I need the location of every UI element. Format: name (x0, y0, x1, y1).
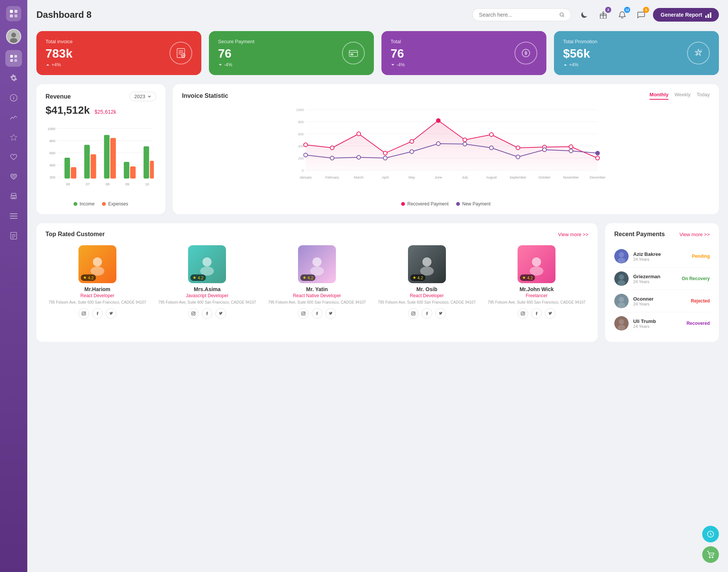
support-button[interactable] (702, 526, 719, 542)
legend-income: Income (74, 201, 94, 207)
sidebar-item-reports[interactable] (5, 227, 22, 244)
search-input[interactable] (479, 12, 556, 18)
sidebar-item-favorites[interactable] (5, 129, 22, 146)
sidebar-item-liked[interactable] (5, 149, 22, 165)
facebook-icon-4[interactable] (531, 308, 542, 319)
search-bar[interactable] (472, 8, 571, 21)
sidebar-item-settings[interactable] (5, 70, 22, 86)
svg-point-116 (619, 274, 624, 280)
instagram-icon-3[interactable] (408, 308, 419, 319)
facebook-icon-0[interactable] (92, 308, 103, 319)
stat-card-invoice[interactable]: Total invoice 783k +4% (36, 31, 201, 75)
twitter-icon-2[interactable] (325, 308, 336, 319)
stat-change: +4% (563, 62, 597, 67)
sidebar-item-analytics[interactable] (5, 109, 22, 126)
svg-rect-0 (10, 10, 13, 13)
gift-badge: 2 (605, 7, 611, 13)
customer-name-1: Mrs.Asima (194, 286, 221, 292)
svg-point-122 (619, 319, 624, 324)
search-icon (559, 12, 565, 18)
payment-age-2: 24 Years (633, 302, 686, 306)
customers-header: Top Rated Customer View more >> (46, 231, 588, 238)
customer-name-3: Mr. Osib (416, 286, 437, 292)
stat-label: Total Promotion (563, 39, 597, 44)
sidebar-item-info[interactable] (5, 89, 22, 106)
social-icons-1 (188, 308, 226, 319)
twitter-icon-1[interactable] (215, 308, 226, 319)
chat-icon-btn[interactable]: 5 (634, 8, 648, 22)
svg-rect-16 (10, 213, 17, 214)
customer-img-3: ★4.2 (408, 245, 446, 283)
payments-header: Recent Payments View more >> (614, 231, 710, 238)
instagram-icon-2[interactable] (298, 308, 309, 319)
customer-name-0: Mr.Hariom (85, 286, 110, 292)
tab-weekly[interactable]: Weekly (675, 92, 690, 100)
dark-mode-toggle[interactable] (577, 8, 592, 22)
cart-button[interactable] (702, 546, 719, 563)
instagram-icon-1[interactable] (188, 308, 199, 319)
sidebar-item-print[interactable] (5, 188, 22, 205)
customers-grid: ★4.2 Mr.Hariom React Developer 795 Folso… (46, 245, 588, 319)
sidebar-item-dashboard[interactable] (5, 50, 22, 67)
generate-report-button[interactable]: Generate Report (653, 8, 719, 22)
dot (357, 155, 361, 159)
dot (436, 142, 440, 146)
customer-role-0: React Developer (80, 293, 114, 298)
facebook-icon-3[interactable] (422, 308, 432, 319)
svg-point-111 (524, 312, 524, 313)
svg-point-5 (11, 33, 16, 38)
avatar[interactable] (6, 29, 21, 44)
svg-text:1000: 1000 (47, 127, 55, 131)
svg-rect-18 (10, 218, 17, 219)
tab-monthly[interactable]: Monthly (650, 92, 668, 100)
svg-text:February: February (325, 176, 339, 179)
dot (304, 153, 308, 157)
sidebar-item-wishlist[interactable] (5, 168, 22, 185)
dot (596, 156, 599, 160)
instagram-icon-0[interactable] (78, 308, 89, 319)
invoice-legend: Recovered Payment New Payment (182, 201, 710, 207)
payment-info-2: Oconner 24 Years (633, 296, 686, 306)
svg-text:400: 400 (298, 144, 304, 148)
rating-badge-3: ★4.2 (410, 274, 425, 281)
payment-status-1: On Recovery (682, 276, 710, 281)
gift-icon-btn[interactable]: 2 (596, 8, 610, 22)
svg-text:November: November (563, 176, 579, 179)
twitter-icon-0[interactable] (106, 308, 116, 319)
rating-badge-2: ★4.2 (300, 274, 315, 281)
customer-name-2: Mr. Yatin (306, 286, 328, 292)
twitter-icon-4[interactable] (545, 308, 555, 319)
facebook-icon-1[interactable] (202, 308, 212, 319)
main-content: Dashboard 8 2 (27, 0, 728, 572)
dot (569, 145, 573, 149)
payments-view-more[interactable]: View more >> (679, 232, 710, 237)
svg-point-119 (619, 297, 624, 302)
twitter-icon-3[interactable] (435, 308, 446, 319)
payments-title: Recent Payments (614, 231, 665, 238)
payment-status-3: Recovered (687, 321, 710, 326)
sidebar-logo[interactable] (6, 6, 21, 21)
svg-text:200: 200 (298, 157, 304, 160)
bell-badge: 12 (624, 7, 630, 13)
customer-address-4: 795 Folsom Ave, Suite 600 San Francisco,… (488, 300, 585, 305)
customer-name-4: Mr.John Wick (519, 286, 554, 292)
instagram-icon-4[interactable] (518, 308, 528, 319)
svg-point-97 (312, 257, 322, 266)
stat-card-promotion[interactable]: Total Promotion $56k +4% (554, 31, 719, 75)
customers-view-more[interactable]: View more >> (558, 232, 588, 237)
tab-today[interactable]: Today (697, 92, 710, 100)
stats-grid: Total invoice 783k +4% Secure Paym (36, 31, 719, 75)
bell-icon-btn[interactable]: 12 (615, 8, 629, 22)
stat-card-payment[interactable]: Secure Payment 76 -4% (209, 31, 374, 75)
customer-role-4: Freelancer (526, 293, 548, 298)
svg-rect-104 (411, 312, 415, 315)
dot (304, 143, 308, 147)
sidebar-item-menu[interactable] (5, 208, 22, 224)
facebook-icon-2[interactable] (312, 308, 322, 319)
svg-point-96 (194, 312, 195, 313)
svg-text:10: 10 (145, 182, 149, 186)
year-select[interactable]: 2023 (129, 92, 156, 101)
stat-label: Total (391, 39, 405, 44)
revenue-main-value: $41,512k (46, 104, 90, 116)
stat-card-total[interactable]: Total 76 -4% (381, 31, 546, 75)
